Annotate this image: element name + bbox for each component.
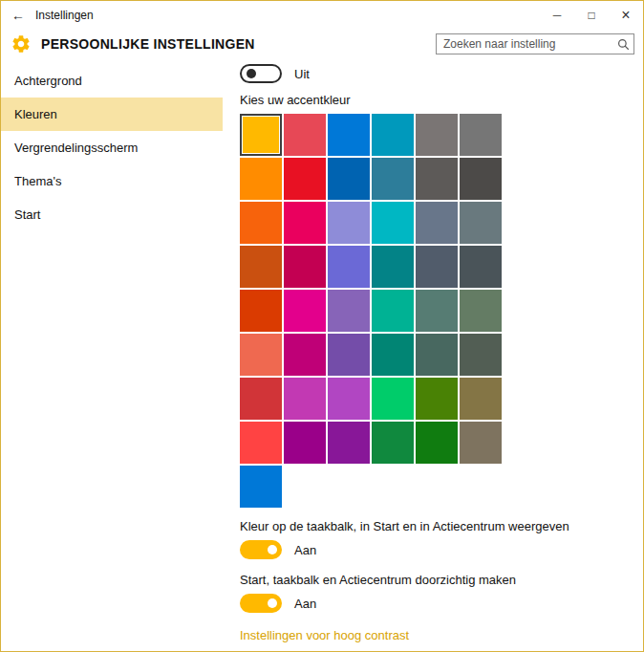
accent-color-swatch-15[interactable] [328, 202, 370, 244]
high-contrast-settings-link[interactable]: Instellingen voor hoog contrast [240, 628, 409, 642]
app-body: AchtergrondKleurenVergrendelingsschermTh… [1, 58, 643, 651]
transparency-toggle-row: Aan [240, 594, 643, 613]
accent-color-swatch-17[interactable] [416, 202, 458, 244]
accent-color-swatch-7[interactable] [240, 158, 282, 200]
sidebar-nav: AchtergrondKleurenVergrendelingsschermTh… [1, 58, 223, 651]
accent-color-swatch-21[interactable] [328, 246, 370, 288]
accent-color-swatch-46[interactable] [372, 422, 414, 464]
accent-color-swatch-28[interactable] [372, 290, 414, 332]
accent-color-swatch-48[interactable] [460, 422, 502, 464]
accent-color-swatch-9[interactable] [328, 158, 370, 200]
accent-color-swatch-44[interactable] [284, 422, 326, 464]
caption-buttons: ─ □ × [540, 1, 643, 30]
accent-color-swatch-37[interactable] [240, 378, 282, 420]
show-color-toggle[interactable] [240, 540, 282, 559]
settings-window: ← Instellingen ─ □ × PERSOONLIJKE INSTEL… [0, 0, 644, 652]
accent-color-swatch-2[interactable] [284, 114, 326, 156]
accent-color-swatch-47[interactable] [416, 422, 458, 464]
window-title: Instellingen [35, 9, 94, 22]
accent-color-swatch-49[interactable] [240, 466, 282, 508]
back-arrow-icon: ← [11, 8, 25, 23]
transparency-label: Start, taakbalk en Actiecentrum doorzich… [240, 573, 643, 587]
page-header: PERSOONLIJKE INSTELLINGEN [1, 30, 643, 58]
close-button[interactable]: × [609, 1, 643, 30]
sidebar-item-start[interactable]: Start [1, 198, 223, 231]
accent-color-swatch-29[interactable] [416, 290, 458, 332]
accent-color-swatch-36[interactable] [460, 334, 502, 376]
accent-color-swatch-39[interactable] [328, 378, 370, 420]
toggle-knob [268, 545, 277, 554]
accent-color-swatch-18[interactable] [460, 202, 502, 244]
accent-color-swatch-20[interactable] [284, 246, 326, 288]
accent-color-swatch-35[interactable] [416, 334, 458, 376]
sidebar-item-vergrendelingsscherm[interactable]: Vergrendelingsscherm [1, 131, 223, 164]
auto-accent-toggle-row: Uit [240, 64, 643, 83]
accent-color-swatch-10[interactable] [372, 158, 414, 200]
titlebar: ← Instellingen ─ □ × [1, 1, 643, 30]
accent-color-swatch-32[interactable] [284, 334, 326, 376]
accent-color-swatch-27[interactable] [328, 290, 370, 332]
accent-color-swatch-8[interactable] [284, 158, 326, 200]
accent-color-swatch-31[interactable] [240, 334, 282, 376]
accent-color-swatch-26[interactable] [284, 290, 326, 332]
accent-color-swatch-14[interactable] [284, 202, 326, 244]
show-color-toggle-label: Aan [294, 543, 316, 557]
accent-color-swatch-12[interactable] [460, 158, 502, 200]
content-pane: Uit Kies uw accentkleur Kleur op de taak… [223, 58, 643, 651]
accent-color-swatch-33[interactable] [328, 334, 370, 376]
accent-color-grid [240, 114, 502, 508]
search-icon[interactable] [612, 34, 633, 54]
accent-color-swatch-41[interactable] [416, 378, 458, 420]
accent-color-swatch-40[interactable] [372, 378, 414, 420]
settings-gear-icon [10, 33, 32, 55]
accent-color-swatch-3[interactable] [328, 114, 370, 156]
show-color-toggle-row: Aan [240, 540, 643, 559]
accent-color-swatch-42[interactable] [460, 378, 502, 420]
accent-color-swatch-11[interactable] [416, 158, 458, 200]
page-title: PERSOONLIJKE INSTELLINGEN [41, 36, 255, 52]
accent-color-swatch-19[interactable] [240, 246, 282, 288]
maximize-button[interactable]: □ [574, 1, 609, 30]
sidebar-item-kleuren[interactable]: Kleuren [1, 98, 223, 131]
minimize-button[interactable]: ─ [540, 1, 574, 30]
accent-color-swatch-43[interactable] [240, 422, 282, 464]
toggle-knob [268, 598, 277, 608]
show-color-label: Kleur op de taakbalk, in Start en in Act… [240, 519, 643, 533]
auto-accent-toggle[interactable] [240, 64, 282, 83]
auto-accent-toggle-label: Uit [294, 67, 310, 81]
transparency-toggle-label: Aan [294, 597, 316, 611]
transparency-toggle[interactable] [240, 594, 282, 613]
maximize-icon: □ [588, 9, 594, 22]
accent-color-swatch-25[interactable] [240, 290, 282, 332]
search-box [436, 33, 634, 54]
accent-color-swatch-16[interactable] [372, 202, 414, 244]
search-input[interactable] [437, 37, 612, 51]
accent-color-swatch-6[interactable] [460, 114, 502, 156]
accent-color-swatch-13[interactable] [240, 202, 282, 244]
accent-color-swatch-38[interactable] [284, 378, 326, 420]
sidebar-item-achtergrond[interactable]: Achtergrond [1, 64, 223, 98]
accent-color-swatch-24[interactable] [460, 246, 502, 288]
accent-color-swatch-1[interactable] [240, 114, 282, 156]
sidebar-item-thema-s[interactable]: Thema's [1, 164, 223, 198]
accent-color-swatch-30[interactable] [460, 290, 502, 332]
accent-color-swatch-45[interactable] [328, 422, 370, 464]
accent-color-swatch-4[interactable] [372, 114, 414, 156]
back-button[interactable]: ← [1, 1, 35, 30]
toggle-knob [247, 69, 256, 78]
accent-color-swatch-5[interactable] [416, 114, 458, 156]
accent-color-swatch-22[interactable] [372, 246, 414, 288]
minimize-icon: ─ [553, 9, 562, 22]
close-icon: × [621, 7, 630, 24]
accent-picker-label: Kies uw accentkleur [240, 93, 643, 107]
accent-color-swatch-23[interactable] [416, 246, 458, 288]
accent-color-swatch-34[interactable] [372, 334, 414, 376]
